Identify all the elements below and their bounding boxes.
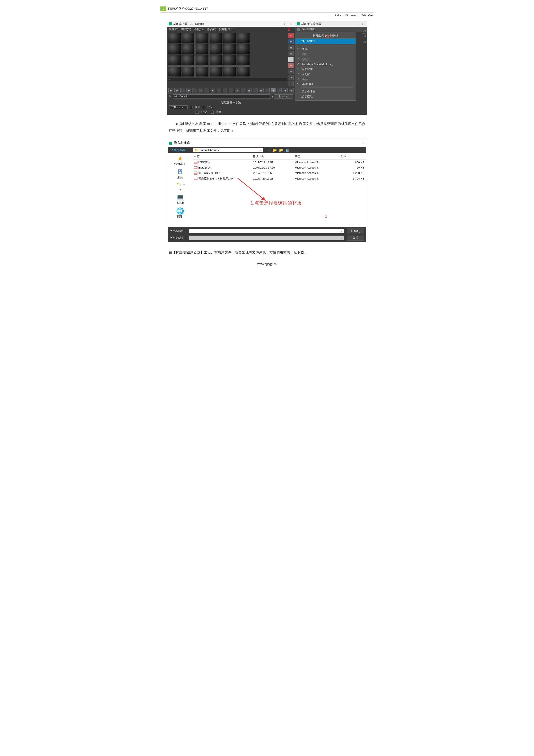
col-name[interactable]: 名称 [192, 153, 251, 159]
open-button[interactable]: 打开(O) [347, 228, 364, 234]
side-tool-icon[interactable]: ⋮ [288, 81, 294, 86]
material-swatch[interactable] [209, 33, 222, 43]
material-swatch[interactable] [168, 55, 181, 66]
cancel-button[interactable]: 取消 [347, 235, 364, 241]
menu-open-library[interactable]: 打开材质库… [295, 39, 356, 44]
file-row[interactable]: 青云CR材质2017 2017/7/29 1:56 Microsoft Acce… [192, 170, 366, 176]
toolbar-icon[interactable]: ◉ [168, 88, 173, 93]
faceted-checkbox[interactable] [211, 111, 214, 114]
chevron-down-icon[interactable]: ⌄ [340, 229, 343, 232]
place-quick-access[interactable]: ★快速访问 [174, 154, 186, 166]
material-swatch[interactable] [168, 67, 181, 77]
material-swatch[interactable] [223, 33, 236, 43]
toolbar-icon[interactable]: ✦ [235, 88, 240, 93]
side-tool-icon[interactable]: ■ [288, 39, 294, 44]
eyedropper-icon[interactable]: ✎ [169, 95, 171, 98]
menu-item-map[interactable]: 贴图 [295, 52, 356, 57]
menu-options[interactable]: 选项(O) [207, 27, 216, 31]
menu-material[interactable]: 材质(M) [181, 27, 191, 31]
search-dropdown-icon[interactable] [297, 28, 300, 31]
material-swatch[interactable] [223, 55, 236, 66]
material-swatch[interactable] [209, 55, 222, 66]
menu-navigate[interactable]: 导航(N) [194, 27, 204, 31]
material-swatch[interactable] [182, 33, 195, 43]
current-material-name-input[interactable]: 01 - Default [173, 94, 270, 99]
file-row[interactable]: 青云原创2017VR材质库240个 2017/7/29 15:28 Micros… [192, 176, 366, 181]
col-type[interactable]: 类型 [293, 153, 338, 159]
material-swatch[interactable] [168, 33, 181, 43]
toolbar-icon[interactable]: ◉ [187, 88, 191, 93]
place-libraries[interactable]: 🗀▭库 [176, 181, 184, 191]
close-button[interactable]: ✕ [288, 22, 293, 26]
material-swatch[interactable] [182, 55, 195, 66]
place-network[interactable]: 🌐网络 [176, 207, 184, 219]
material-swatch[interactable] [209, 44, 222, 54]
place-desktop[interactable]: 🖥桌面 [177, 168, 183, 179]
menu-item-material[interactable]: 材质 [295, 46, 356, 52]
minimize-button[interactable]: — [278, 22, 283, 26]
lookin-folder-dropdown[interactable]: 📁 materiallibraries ⌄ [193, 148, 263, 152]
toolbar-icon[interactable]: ⋰ [223, 88, 227, 93]
menu-utilities[interactable]: 实用程序(U) [219, 27, 234, 31]
place-this-pc[interactable]: 💻此电脑 [176, 194, 184, 205]
filetype-dropdown[interactable]: 材质库(*.mat)⌄ [189, 235, 344, 240]
close-icon[interactable]: × [362, 141, 365, 146]
shader-combobox[interactable]: (B)Blinn ▾ [169, 105, 188, 109]
side-tool-icon[interactable]: ▥ [288, 57, 294, 62]
material-swatch[interactable] [182, 44, 195, 54]
chevron-down-icon[interactable]: ⌄ [340, 236, 343, 239]
side-tool-icon[interactable]: ▦ [288, 45, 294, 50]
chevron-down-icon[interactable]: ⌄ [259, 148, 261, 152]
menu-item-materials[interactable]: Materials [295, 81, 356, 86]
side-tool-icon[interactable]: ● [288, 33, 294, 38]
material-swatch[interactable] [223, 44, 236, 54]
material-swatch[interactable] [223, 67, 236, 77]
toolbar-icon[interactable]: ◉ [289, 88, 294, 93]
toolbar-icon[interactable]: ▦ [259, 88, 264, 93]
new-folder-icon[interactable]: 📁 [279, 148, 283, 152]
menu-item-show-incompatible[interactable]: 显示不兼容 [295, 89, 356, 94]
up-icon[interactable]: 📂 [273, 148, 277, 152]
toolbar-icon[interactable]: ◉ [283, 88, 288, 93]
menu-item-controller[interactable]: 控制器 [295, 57, 356, 62]
material-swatch[interactable] [237, 33, 250, 43]
file-row[interactable]: FS材质库 2017/7/18 11:59 Microsoft Access T… [192, 159, 366, 165]
col-size[interactable]: 大小 [338, 153, 366, 159]
filename-input[interactable]: ⌄ [189, 229, 344, 233]
menu-item-autodesk-library[interactable]: Autodesk Material Library [295, 62, 356, 67]
swatch-scrollbar[interactable] [168, 78, 287, 81]
file-row[interactable]: mat12894 2007/12/29 17:55 Microsoft Acce… [192, 165, 366, 170]
wireframe-checkbox[interactable] [190, 106, 193, 109]
toolbar-icon[interactable]: ▣ [247, 88, 251, 93]
browser-search-input[interactable]: 按名称搜索… [302, 27, 365, 31]
menu-item-scene-material[interactable]: 场景材质 [295, 67, 356, 72]
side-tool-icon[interactable]: ▤ [288, 51, 294, 56]
material-swatch[interactable] [168, 44, 181, 54]
twoside-checkbox[interactable] [202, 106, 205, 109]
toolbar-delete-icon[interactable]: ✕ [198, 88, 203, 93]
material-swatch[interactable] [195, 67, 208, 77]
toolbar-icon[interactable]: ◎ [174, 88, 179, 93]
material-swatch[interactable] [195, 33, 208, 43]
material-swatch[interactable] [237, 67, 250, 77]
view-mode-icon[interactable]: ▦ [285, 148, 289, 152]
material-swatch[interactable] [182, 67, 195, 77]
menu-item-maps[interactable]: Maps [295, 77, 356, 81]
col-date[interactable]: 修改日期 [251, 153, 293, 159]
toolbar-icon[interactable]: ▮ [271, 88, 276, 93]
material-swatch[interactable] [237, 55, 250, 66]
material-type-button[interactable]: Standard [274, 94, 293, 99]
browser-expand-icon[interactable]: › [360, 22, 365, 26]
maximize-button[interactable]: ▢ [283, 22, 288, 26]
back-icon[interactable]: ⟲ [267, 148, 271, 152]
rollout-header[interactable]: 明暗器基本参数 [167, 100, 295, 105]
material-swatch[interactable] [237, 44, 250, 54]
menu-item-sample-window[interactable]: 示例窗 [295, 72, 356, 77]
name-dropdown-icon[interactable]: ▾ [272, 95, 273, 98]
menu-mode[interactable]: 模式(D) [169, 27, 178, 31]
facemap-checkbox[interactable] [195, 111, 198, 114]
side-tool-icon[interactable]: ✦ [288, 69, 294, 74]
material-swatch[interactable] [195, 55, 208, 66]
side-tool-icon[interactable]: ◆ [288, 63, 294, 68]
material-swatch[interactable] [209, 67, 222, 77]
